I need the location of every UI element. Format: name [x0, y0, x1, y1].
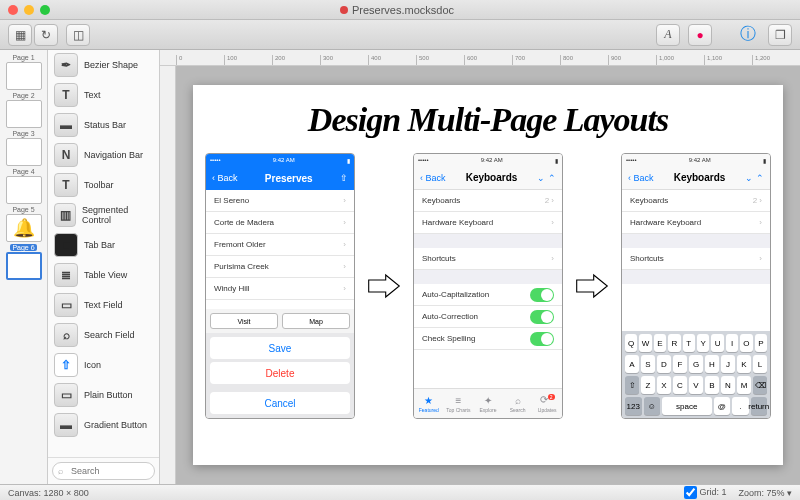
delete-button[interactable]: Delete [210, 362, 350, 384]
toggle-switch[interactable] [530, 310, 554, 324]
zoom-label[interactable]: Zoom: 75% ▾ [738, 488, 792, 498]
keyboard-key[interactable]: Y [697, 334, 709, 352]
color-button[interactable]: ● [688, 24, 712, 46]
palette-search-input[interactable] [52, 462, 155, 480]
table-row[interactable]: Keyboards2 › [414, 190, 562, 212]
keyboard-key[interactable]: B [705, 376, 719, 394]
palette-item[interactable]: ▭Text Field [48, 290, 159, 320]
zoom-icon[interactable] [40, 5, 50, 15]
keyboard-key[interactable]: return [751, 397, 768, 415]
back-button[interactable]: ‹ Back [420, 173, 446, 183]
palette-item[interactable]: ▥Segmented Control [48, 200, 159, 230]
font-button[interactable]: A [656, 24, 680, 46]
keyboard-key[interactable]: Z [641, 376, 655, 394]
tab-item[interactable]: ⟳2Updates [532, 389, 562, 418]
close-icon[interactable] [8, 5, 18, 15]
table-row[interactable]: Hardware Keyboard› [622, 212, 770, 234]
keyboard-key[interactable]: L [753, 355, 767, 373]
keyboard-key[interactable]: N [721, 376, 735, 394]
tab-item[interactable]: ⌕Search [503, 389, 533, 418]
palette-item[interactable]: ⌕Search Field [48, 320, 159, 350]
chevron-icon[interactable]: ⌄ ⌃ [537, 173, 556, 183]
palette-item[interactable]: ▬Status Bar [48, 110, 159, 140]
palette-item[interactable]: NNavigation Bar [48, 140, 159, 170]
palette-item[interactable]: TText [48, 80, 159, 110]
table-row[interactable]: Hardware Keyboard› [414, 212, 562, 234]
inspector-button[interactable]: ❐ [768, 24, 792, 46]
headline-text[interactable]: Design Multi-Page Layouts [205, 101, 771, 139]
table-row[interactable]: Auto-Capitalization [414, 284, 562, 306]
page-thumb[interactable]: Page 1 [4, 54, 44, 90]
keyboard-key[interactable]: F [673, 355, 687, 373]
panels-button[interactable]: ◫ [66, 24, 90, 46]
keyboard-key[interactable]: ☺ [644, 397, 661, 415]
table-row[interactable]: Corte de Madera› [206, 212, 354, 234]
table-row[interactable]: El Sereno› [206, 190, 354, 212]
toggle-switch[interactable] [530, 288, 554, 302]
palette-item[interactable]: ≣Table View [48, 260, 159, 290]
back-button[interactable]: ‹ Back [628, 173, 654, 183]
table-row[interactable]: Fremont Older› [206, 234, 354, 256]
palette-item[interactable]: ▭Plain Button [48, 380, 159, 410]
save-button[interactable]: Save [210, 337, 350, 359]
keyboard-key[interactable]: space [662, 397, 712, 415]
seg-visit[interactable]: Visit [210, 313, 278, 329]
palette-item[interactable]: ▬Gradient Button [48, 410, 159, 440]
palette-item[interactable]: ✒Bezier Shape [48, 50, 159, 80]
keyboard-key[interactable]: X [657, 376, 671, 394]
keyboard-key[interactable]: G [689, 355, 703, 373]
keyboard-key[interactable]: W [639, 334, 651, 352]
page-thumb[interactable]: Page 3 [4, 130, 44, 166]
cancel-button[interactable]: Cancel [210, 392, 350, 414]
tab-item[interactable]: ≡Top Charts [444, 389, 474, 418]
table-row[interactable]: Windy Hill› [206, 278, 354, 300]
page-thumb[interactable]: Page 4 [4, 168, 44, 204]
table-row[interactable]: Shortcuts› [414, 248, 562, 270]
keyboard-key[interactable]: V [689, 376, 703, 394]
table-row[interactable]: Purisima Creek› [206, 256, 354, 278]
chevron-icon[interactable]: ⌄ ⌃ [745, 173, 764, 183]
keyboard-key[interactable]: O [740, 334, 752, 352]
mock-phone-preserves[interactable]: •••••9:42 AM▮ ‹ Back Preserves ⇧ El Sere… [205, 153, 355, 419]
keyboard-key[interactable]: D [657, 355, 671, 373]
mock-phone-keyboards-keyboard[interactable]: •••••9:42 AM▮ ‹ Back Keyboards ⌄ ⌃ Keybo… [621, 153, 771, 419]
grid-label[interactable]: Grid: 1 [684, 486, 727, 499]
palette-item[interactable]: TToolbar [48, 170, 159, 200]
keyboard-key[interactable]: S [641, 355, 655, 373]
page-thumb[interactable]: Page 6 [4, 244, 44, 280]
table-row[interactable]: Check Spelling [414, 328, 562, 350]
keyboard-key[interactable]: K [737, 355, 751, 373]
keyboard-key[interactable]: . [732, 397, 749, 415]
share-icon[interactable]: ⇧ [340, 173, 348, 183]
tab-item[interactable]: ✦Explore [473, 389, 503, 418]
toggle-switch[interactable] [530, 332, 554, 346]
canvas-page[interactable]: Design Multi-Page Layouts •••••9:42 AM▮ … [193, 85, 783, 465]
keyboard-key[interactable]: ⇧ [625, 376, 639, 394]
page-thumb[interactable]: Page 2 [4, 92, 44, 128]
keyboard-key[interactable]: @ [714, 397, 731, 415]
mock-phone-keyboards-settings[interactable]: •••••9:42 AM▮ ‹ Back Keyboards ⌄ ⌃ Keybo… [413, 153, 563, 419]
keyboard-key[interactable]: P [755, 334, 767, 352]
keyboard-key[interactable]: E [654, 334, 666, 352]
keyboard-key[interactable]: 123 [625, 397, 642, 415]
keyboard-key[interactable]: I [726, 334, 738, 352]
palette-item[interactable]: ■Tab Bar [48, 230, 159, 260]
redo-button[interactable]: ↻ [34, 24, 58, 46]
keyboard-key[interactable]: C [673, 376, 687, 394]
back-button[interactable]: ‹ Back [212, 173, 238, 183]
keyboard-key[interactable]: M [737, 376, 751, 394]
keyboard-key[interactable]: ⌫ [753, 376, 767, 394]
palette-item[interactable]: ⇧Icon [48, 350, 159, 380]
page-thumb[interactable]: Page 5🔔 [4, 206, 44, 242]
tab-item[interactable]: ★Featured [414, 389, 444, 418]
minimize-icon[interactable] [24, 5, 34, 15]
keyboard-key[interactable]: A [625, 355, 639, 373]
keyboard-key[interactable]: Q [625, 334, 637, 352]
keyboard-key[interactable]: J [721, 355, 735, 373]
keyboard-key[interactable]: T [683, 334, 695, 352]
doc-button[interactable]: ▦ [8, 24, 32, 46]
seg-map[interactable]: Map [282, 313, 350, 329]
keyboard-key[interactable]: R [668, 334, 680, 352]
keyboard-key[interactable]: H [705, 355, 719, 373]
keyboard-key[interactable]: U [711, 334, 723, 352]
